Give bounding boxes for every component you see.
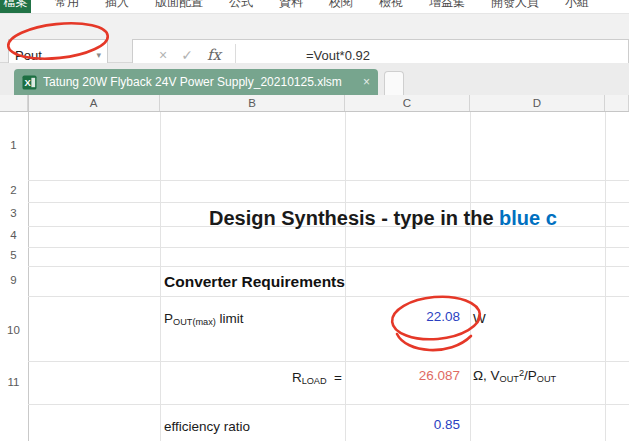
- close-tab-icon[interactable]: ×: [363, 75, 370, 89]
- column-header-partial[interactable]: [605, 95, 629, 111]
- workbook-tab[interactable]: X Tatung 20W Flyback 24V Power Supply_20…: [14, 69, 378, 95]
- column-header-c[interactable]: C: [345, 95, 470, 111]
- ribbon-tab-home[interactable]: 常用: [55, 0, 79, 12]
- name-box-value: Pout: [15, 48, 42, 63]
- cell-section-header[interactable]: Converter Requirements: [164, 273, 345, 291]
- row-header-1[interactable]: 1: [0, 139, 27, 151]
- cancel-icon[interactable]: ×: [151, 47, 175, 63]
- annotation-tail: [397, 334, 471, 350]
- gridline-h: [28, 361, 629, 362]
- title-highlight: blue c: [499, 207, 557, 229]
- gridline-v: [470, 112, 471, 441]
- ribbon-tab-view[interactable]: 檢視: [379, 0, 403, 12]
- ribbon-tab-addins[interactable]: 增益集: [429, 0, 465, 12]
- gridline-h: [28, 202, 629, 203]
- workbook-tab-bar: X Tatung 20W Flyback 24V Power Supply_20…: [0, 63, 629, 95]
- row-header-5[interactable]: 5: [0, 249, 27, 261]
- ribbon-tab-data[interactable]: 資料: [279, 0, 303, 12]
- column-headers: A B C D: [0, 95, 629, 112]
- cell-pout-value[interactable]: 22.08: [345, 309, 460, 324]
- ribbon-tab-strip: 常用 插入 版面配置 公式 資料 校閱 檢視 增益集 開發人員 小組 檔案: [0, 0, 629, 14]
- cell-efficiency-label[interactable]: efficiency ratio: [164, 419, 250, 434]
- cell-rload-value[interactable]: 26.087: [345, 368, 460, 383]
- row-header-4[interactable]: 4: [0, 229, 27, 241]
- column-header-b[interactable]: B: [160, 95, 345, 111]
- select-all-corner[interactable]: [0, 95, 28, 111]
- ribbon-tab-review[interactable]: 校閱: [329, 0, 353, 12]
- row-gutter-border: [28, 95, 29, 441]
- ribbon-tab-developer[interactable]: 開發人員: [491, 0, 539, 12]
- cell-rload-label[interactable]: RLOAD =: [160, 370, 342, 386]
- column-header-a[interactable]: A: [28, 95, 160, 111]
- title-prefix: Design Synthesis - type in the: [209, 207, 499, 229]
- svg-text:X: X: [25, 78, 32, 88]
- file-tab[interactable]: 檔案: [0, 0, 31, 14]
- gridline-h: [28, 404, 629, 405]
- cell-efficiency-value[interactable]: 0.85: [345, 417, 460, 432]
- new-tab-stub[interactable]: [384, 71, 404, 95]
- gridline-h: [28, 296, 629, 297]
- formula-input[interactable]: =Vout*0.92: [306, 48, 370, 63]
- formula-bar-row: Pout ▾ × ✓ fx =Vout*0.92: [0, 14, 629, 63]
- column-header-d[interactable]: D: [470, 95, 605, 111]
- insert-function-icon[interactable]: fx: [199, 46, 229, 64]
- ribbon-tab-insert[interactable]: 插入: [105, 0, 129, 12]
- gridline-h: [28, 266, 629, 267]
- ribbon-tab-formulas[interactable]: 公式: [229, 0, 253, 12]
- row-header-9[interactable]: 9: [0, 274, 27, 286]
- gridline-v: [160, 112, 161, 441]
- excel-window: 常用 插入 版面配置 公式 資料 校閱 檢視 增益集 開發人員 小組 檔案 Po…: [0, 0, 629, 441]
- enter-icon[interactable]: ✓: [175, 47, 199, 63]
- row-header-2[interactable]: 2: [0, 184, 27, 196]
- gridline-h: [28, 180, 629, 181]
- gridline-v: [605, 112, 606, 441]
- cell-title[interactable]: Design Synthesis - type in the blue c: [209, 207, 557, 230]
- cell-pout-label[interactable]: POUT(max) limit: [164, 311, 244, 327]
- row-header-3[interactable]: 3: [0, 207, 27, 219]
- name-box-dropdown-icon[interactable]: ▾: [96, 50, 101, 60]
- ribbon-tab-page-layout[interactable]: 版面配置: [155, 0, 203, 12]
- cell-pout-unit[interactable]: W: [473, 311, 486, 326]
- cell-rload-unit[interactable]: Ω, VOUT2/POUT: [473, 368, 556, 384]
- workbook-tab-title: Tatung 20W Flyback 24V Power Supply_2021…: [43, 75, 355, 89]
- row-header-11[interactable]: 11: [0, 376, 27, 388]
- gridline-v: [345, 112, 346, 441]
- ribbon-tabs: 常用 插入 版面配置 公式 資料 校閱 檢視 增益集 開發人員 小組: [55, 0, 629, 12]
- excel-file-icon: X: [22, 75, 37, 90]
- row-header-10[interactable]: 10: [0, 324, 27, 336]
- gridline-h: [28, 247, 629, 248]
- ribbon-tab-team[interactable]: 小組: [565, 0, 589, 12]
